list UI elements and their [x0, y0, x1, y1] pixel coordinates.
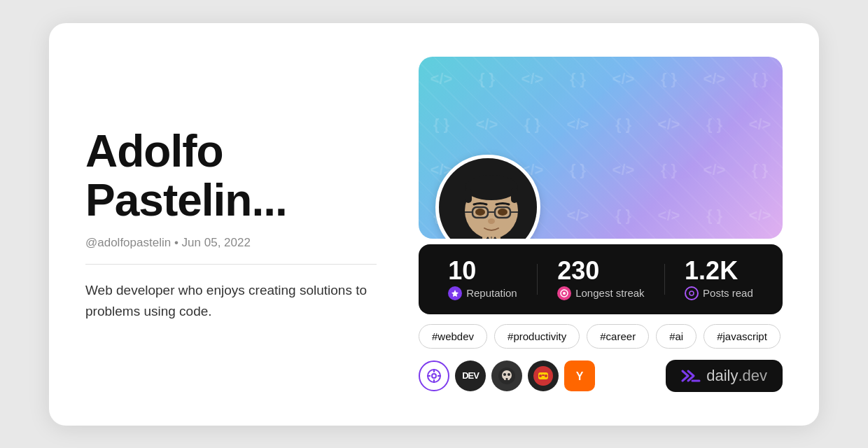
svg-marker-17: [451, 290, 458, 297]
svg-point-19: [563, 292, 566, 295]
stats-bar: 10 Reputation 230 Longest streak: [419, 244, 783, 314]
profile-banner: </> { } </> { } </> { } </> { } { } </> …: [419, 57, 783, 239]
svg-point-12: [475, 209, 485, 216]
y-community-icon: Y: [564, 360, 595, 391]
svg-point-20: [690, 291, 694, 295]
dev-community-icon: DEV: [455, 360, 486, 391]
robot-community-icon: [528, 360, 559, 391]
brand-name-bold: daily.dev: [706, 367, 767, 385]
svg-point-14: [488, 218, 495, 224]
stat-reputation-value: 10: [448, 258, 476, 284]
tag-career[interactable]: #career: [587, 324, 649, 349]
stat-streak-label: Longest streak: [557, 286, 644, 300]
svg-rect-6: [511, 188, 518, 203]
tags-section: #webdev #productivity #career #ai #javas…: [419, 324, 783, 349]
svg-point-13: [498, 209, 507, 216]
posts-icon: [685, 286, 699, 300]
svg-rect-33: [506, 378, 508, 380]
tag-ai[interactable]: #ai: [656, 324, 696, 349]
community-icons: DEV: [419, 360, 595, 391]
stat-reputation-label: Reputation: [448, 286, 517, 300]
reputation-icon: [448, 286, 462, 300]
crosshair-community-icon: [419, 360, 449, 391]
divider: [85, 264, 377, 265]
stat-streak: 230 Longest streak: [557, 258, 644, 300]
right-section: </> { } </> { } </> { } </> { } { } </> …: [419, 57, 783, 392]
svg-point-36: [539, 374, 542, 377]
svg-point-37: [545, 374, 547, 377]
brand-logo: daily.dev: [666, 360, 783, 392]
svg-text:Y: Y: [576, 370, 584, 382]
stat-divider-1: [537, 264, 538, 295]
svg-point-30: [507, 373, 510, 376]
svg-rect-38: [542, 374, 545, 376]
left-section: Adolfo Pastelin... @adolfopastelin • Jun…: [85, 57, 377, 392]
streak-icon: [557, 286, 571, 300]
tag-webdev[interactable]: #webdev: [419, 324, 487, 349]
skull-community-icon: [491, 360, 522, 391]
svg-rect-5: [465, 188, 472, 203]
reputation-label-text: Reputation: [466, 287, 517, 299]
stat-reputation: 10 Reputation: [448, 258, 517, 300]
bottom-row: DEV: [419, 360, 783, 392]
svg-point-29: [503, 373, 506, 376]
stat-streak-value: 230: [557, 258, 599, 284]
posts-label-text: Posts read: [703, 287, 753, 299]
profile-card: Adolfo Pastelin... @adolfopastelin • Jun…: [49, 23, 819, 426]
brand-icon: [681, 368, 701, 384]
user-joined: Jun 05, 2022: [182, 236, 251, 249]
tag-javascript[interactable]: #javascript: [704, 324, 780, 349]
stat-posts-value: 1.2K: [685, 258, 738, 284]
svg-point-22: [432, 374, 436, 378]
meta-separator: •: [174, 236, 182, 249]
svg-point-4: [465, 175, 518, 200]
user-handle: @adolfopastelin: [85, 236, 171, 249]
stat-posts-label: Posts read: [685, 286, 753, 300]
user-bio: Web developer who enjoys creating soluti…: [85, 280, 377, 321]
user-name: Adolfo Pastelin...: [85, 127, 377, 225]
streak-label-text: Longest streak: [575, 287, 644, 299]
stat-posts: 1.2K Posts read: [685, 258, 753, 300]
stat-divider-2: [664, 264, 665, 295]
user-meta: @adolfopastelin • Jun 05, 2022: [85, 236, 377, 250]
tag-productivity[interactable]: #productivity: [494, 324, 580, 349]
